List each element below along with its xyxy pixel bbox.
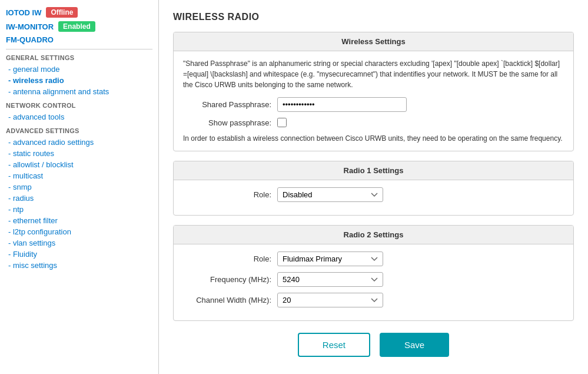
sidebar-device-1: IW-MONITOREnabled — [6, 21, 152, 32]
sidebar-device-badge-1: Enabled — [58, 21, 95, 32]
sidebar-link-general-mode[interactable]: - general mode — [6, 64, 152, 75]
sidebar-link-multicast[interactable]: - multicast — [6, 170, 152, 181]
sidebar-link-l2tp-configuration[interactable]: - l2tp configuration — [6, 226, 152, 237]
sidebar-link-wireless-radio[interactable]: - wireless radio — [6, 75, 152, 86]
sidebar-section-label-2: ADVANCED SETTINGS — [6, 127, 152, 134]
show-passphrase-checkbox[interactable] — [277, 118, 287, 127]
passphrase-row: Shared Passphrase: — [183, 97, 564, 112]
sidebar-device-badge-0: Offline — [46, 7, 78, 18]
passphrase-input[interactable] — [277, 97, 407, 112]
wireless-settings-header: Wireless Settings — [174, 32, 573, 51]
wireless-note: In order to establish a wireless connect… — [183, 133, 564, 144]
button-row: Reset Save — [173, 333, 574, 357]
sidebar-link-advanced-tools[interactable]: - advanced tools — [6, 111, 152, 123]
radio2-frequency-row: Frequency (MHz): 52405180520052205260528… — [183, 272, 564, 287]
radio1-settings-card: Radio 1 Settings Role: DisabledFluidmax … — [173, 161, 574, 216]
sidebar-link-advanced-radio-settings[interactable]: - advanced radio settings — [6, 137, 152, 148]
sidebar-link-fluidity[interactable]: - Fluidity — [6, 249, 152, 260]
radio2-channel-width-row: Channel Width (MHz): 204080 — [183, 293, 564, 307]
sidebar-link-misc-settings[interactable]: - misc settings — [6, 260, 152, 271]
radio2-role-select[interactable]: DisabledFluidmax PrimaryFluidmax Seconda… — [277, 251, 383, 266]
sidebar-device-2: FM-QUADRO — [6, 35, 152, 44]
radio2-channel-width-label: Channel Width (MHz): — [183, 296, 277, 305]
main-content: WIRELESS RADIO Wireless Settings "Shared… — [159, 0, 588, 374]
sidebar: IOTOD IWOfflineIW-MONITOREnabledFM-QUADR… — [0, 0, 159, 374]
radio1-role-row: Role: DisabledFluidmax PrimaryFluidmax S… — [183, 187, 564, 202]
wireless-settings-body: "Shared Passphrase" is an alphanumeric s… — [174, 51, 573, 151]
radio2-frequency-select[interactable]: 52405180520052205260528053005320 — [277, 272, 383, 287]
reset-button[interactable]: Reset — [298, 333, 370, 357]
radio2-frequency-label: Frequency (MHz): — [183, 275, 277, 284]
radio2-body: Role: DisabledFluidmax PrimaryFluidmax S… — [174, 244, 573, 320]
sidebar-link-static-routes[interactable]: - static routes — [6, 148, 152, 159]
sidebar-link-ntp[interactable]: - ntp — [6, 204, 152, 215]
sidebar-link-radius[interactable]: - radius — [6, 193, 152, 204]
save-button[interactable]: Save — [380, 333, 449, 357]
sidebar-link-ethernet-filter[interactable]: - ethernet filter — [6, 215, 152, 226]
radio2-channel-width-select[interactable]: 204080 — [277, 293, 383, 307]
page-title: WIRELESS RADIO — [173, 12, 574, 22]
sidebar-link-antenna-alignment[interactable]: - antenna alignment and stats — [6, 86, 152, 97]
passphrase-label: Shared Passphrase: — [183, 100, 277, 109]
sidebar-device-name-1[interactable]: IW-MONITOR — [6, 22, 54, 31]
radio1-role-select[interactable]: DisabledFluidmax PrimaryFluidmax Seconda… — [277, 187, 383, 202]
radio1-body: Role: DisabledFluidmax PrimaryFluidmax S… — [174, 180, 573, 215]
show-passphrase-row: Show passphrase: — [183, 118, 564, 127]
sidebar-device-name-2[interactable]: FM-QUADRO — [6, 35, 54, 44]
radio2-role-label: Role: — [183, 254, 277, 263]
wireless-settings-card: Wireless Settings "Shared Passphrase" is… — [173, 32, 574, 151]
sidebar-device-0: IOTOD IWOffline — [6, 7, 152, 18]
radio1-header: Radio 1 Settings — [174, 161, 573, 180]
sidebar-divider — [6, 49, 152, 49]
radio1-role-label: Role: — [183, 190, 277, 199]
show-passphrase-label: Show passphrase: — [183, 118, 277, 127]
sidebar-link-allowlist-blocklist[interactable]: - allowlist / blocklist — [6, 159, 152, 170]
sidebar-section-label-1: NETWORK CONTROL — [6, 102, 152, 109]
sidebar-link-vlan-settings[interactable]: - vlan settings — [6, 237, 152, 249]
sidebar-device-name-0[interactable]: IOTOD IW — [6, 8, 41, 17]
sidebar-section-label-0: GENERAL SETTINGS — [6, 54, 152, 61]
sidebar-link-snmp[interactable]: - snmp — [6, 181, 152, 193]
radio2-header: Radio 2 Settings — [174, 226, 573, 244]
radio2-role-row: Role: DisabledFluidmax PrimaryFluidmax S… — [183, 251, 564, 266]
wireless-info-text: "Shared Passphrase" is an alphanumeric s… — [183, 58, 564, 90]
radio2-settings-card: Radio 2 Settings Role: DisabledFluidmax … — [173, 225, 574, 321]
